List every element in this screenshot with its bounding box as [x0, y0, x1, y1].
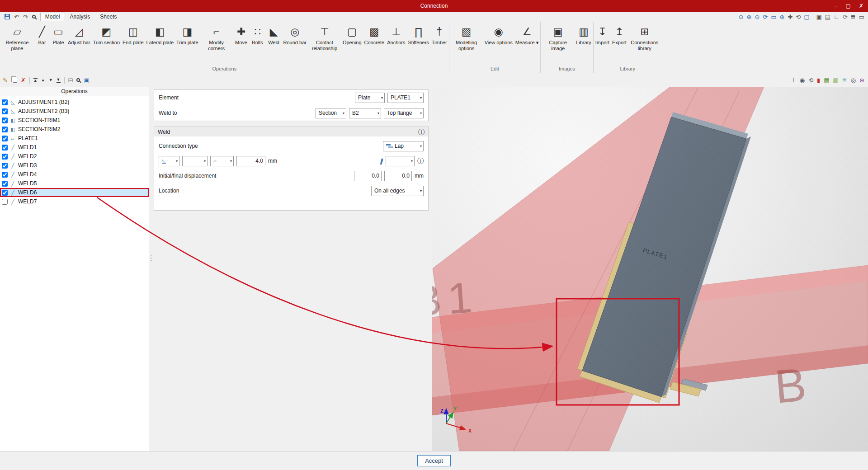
adjust-bar-button[interactable]: ◿Adjust bar [66, 22, 92, 64]
concrete-button[interactable]: ▩Concrete [363, 22, 386, 64]
move-down-icon[interactable]: ▼ [49, 78, 53, 82]
displacement-end-input[interactable] [384, 171, 412, 181]
delete-operation-icon[interactable]: ✗ [21, 77, 26, 83]
operation-checkbox[interactable] [2, 108, 8, 114]
weld-to-type-select[interactable]: Section ▾ [316, 108, 346, 118]
library-button[interactable]: ▥Library [575, 22, 593, 64]
move-up-icon[interactable]: ▲ [41, 78, 45, 82]
operation-item-weld7[interactable]: ╱WELD7 [0, 197, 149, 206]
weld-to-member-select[interactable]: B2 ▾ [349, 108, 381, 118]
viewport-3d[interactable]: B1 B PLATE1 [432, 87, 868, 451]
undo-icon[interactable]: ↶ [14, 14, 19, 20]
contact-relationship-button[interactable]: ⊤Contact relationship [308, 22, 341, 64]
operation-item-weld4[interactable]: ╱WELD4 [0, 170, 149, 179]
weld-to-part-select[interactable]: Top flange ▾ [384, 108, 424, 118]
grid-icon[interactable]: ▦ [824, 77, 829, 83]
weld-symbol-select[interactable]: ◺ ▾ [159, 156, 179, 166]
round-bar-button[interactable]: ◎Round bar [282, 22, 308, 64]
visibility-icon[interactable]: ◎ [851, 77, 856, 83]
redraw-icon[interactable]: ⟳ [763, 14, 768, 20]
operation-checkbox[interactable] [2, 118, 8, 123]
both-sides-select[interactable]: ▾ [386, 156, 415, 166]
modify-corners-button[interactable]: ⌐Modify corners [200, 22, 233, 64]
zoom-all-icon[interactable]: ⊛ [747, 14, 752, 20]
minimize-button[interactable]: – [835, 3, 838, 9]
search-icon[interactable] [32, 15, 36, 19]
lateral-plate-button[interactable]: ◧Lateral plate [145, 22, 175, 64]
close-button[interactable]: ✗ [859, 3, 863, 9]
orbit-view-icon[interactable]: ⟲ [808, 77, 813, 83]
element-type-select[interactable]: Plate ▾ [355, 93, 385, 103]
end-plate-button[interactable]: ◫End plate [121, 22, 145, 64]
operation-item-adjustment2-b3[interactable]: ◺ADJUSTMENT2 (B3) [0, 107, 149, 116]
trim-plate-button[interactable]: ◨Trim plate [175, 22, 200, 64]
displacement-start-input[interactable] [354, 171, 382, 181]
stiffeners-button[interactable]: ∏Stiffeners [407, 22, 430, 64]
move-top-icon[interactable]: ▲ [33, 78, 38, 83]
location-select[interactable]: On all edges ▾ [371, 186, 424, 196]
report-view-icon[interactable]: ▤ [825, 14, 830, 20]
opening-button[interactable]: ▢Opening [341, 22, 363, 64]
operation-checkbox[interactable] [2, 136, 8, 141]
orbit-icon[interactable]: ⟲ [796, 14, 801, 20]
view-eye-icon[interactable]: ◉ [800, 77, 805, 83]
search-tree-icon[interactable] [76, 78, 80, 82]
operation-checkbox[interactable] [2, 99, 8, 105]
fit-screen-icon[interactable]: ▢ [804, 14, 809, 20]
tab-model[interactable]: Model [40, 13, 65, 21]
operation-item-plate1[interactable]: ▱PLATE1 [0, 134, 149, 143]
redo-icon[interactable]: ↷ [23, 14, 28, 20]
select-members-icon[interactable]: ⊙ [739, 14, 744, 20]
operation-item-section-trim1[interactable]: ◧SECTION-TRIM1 [0, 116, 149, 125]
operation-checkbox[interactable] [2, 172, 8, 178]
layers-icon[interactable]: ≣ [851, 14, 856, 20]
panel-splitter[interactable] [148, 256, 151, 268]
operation-item-weld3[interactable]: ╱WELD3 [0, 161, 149, 170]
measure-angle-icon[interactable]: ∟ [834, 14, 840, 20]
save-icon[interactable] [5, 14, 10, 19]
modelling-options-button[interactable]: ▧Modelling options [450, 22, 483, 64]
move-button[interactable]: ✚Move [233, 22, 250, 64]
weld-type-select[interactable]: ▾ [182, 156, 208, 166]
operation-checkbox[interactable] [2, 145, 8, 150]
trim-section-button[interactable]: ◩Trim section [92, 22, 122, 64]
results-icon[interactable]: ▮ [817, 77, 820, 83]
history-icon[interactable]: ⟳ [843, 14, 848, 20]
operation-item-adjustment1-b2[interactable]: ◺ADJUSTMENT1 (B2) [0, 98, 149, 107]
plugin-icon[interactable]: ⊛ [859, 77, 864, 83]
tab-sheets[interactable]: Sheets [95, 13, 122, 20]
plate-button[interactable]: ▭Plate [50, 22, 66, 64]
zoom-window-icon[interactable]: ▭ [771, 14, 776, 20]
comment-icon[interactable]: ▭ [859, 14, 864, 20]
operation-checkbox[interactable] [2, 163, 8, 169]
layers-stack-icon[interactable]: ≣ [842, 77, 847, 83]
export-button[interactable]: ↥Export [611, 22, 628, 64]
info-icon[interactable]: ⓘ [417, 158, 424, 164]
operation-item-section-trim2[interactable]: ◧SECTION-TRIM2 [0, 125, 149, 134]
zoom-in-icon[interactable]: ⊕ [780, 14, 785, 20]
timber-button[interactable]: †Timber [430, 22, 448, 64]
operation-item-weld1[interactable]: ╱WELD1 [0, 143, 149, 152]
info-icon[interactable]: ⓘ [418, 129, 425, 135]
group-tree-icon[interactable]: ⊟ [68, 77, 73, 83]
table-icon[interactable]: ▥ [833, 77, 839, 83]
operation-item-weld6[interactable]: ╱WELD6 [0, 188, 149, 197]
capture-image-button[interactable]: ▣Capture image [541, 22, 575, 64]
operation-checkbox[interactable] [2, 127, 8, 132]
operation-checkbox[interactable] [2, 154, 8, 160]
view-options-button[interactable]: ◉View options [483, 22, 514, 64]
operation-item-weld2[interactable]: ╱WELD2 [0, 152, 149, 161]
copy-operation-icon[interactable] [13, 78, 17, 83]
tab-analysis[interactable]: Analysis [65, 13, 95, 20]
throat-thickness-input[interactable] [236, 156, 265, 166]
element-name-select[interactable]: PLATE1 ▾ [387, 93, 424, 103]
weld-button[interactable]: ◣Weld [266, 22, 282, 64]
zoom-out-icon[interactable]: ⊖ [755, 14, 760, 20]
member-axes-icon[interactable]: ⊥ [791, 77, 796, 83]
connection-type-select[interactable]: Lap ▾ [383, 141, 424, 151]
move-bottom-icon[interactable]: ▼ [57, 78, 61, 83]
operation-checkbox[interactable] [2, 190, 8, 196]
edit-operation-icon[interactable]: ✎ [3, 77, 8, 83]
anchors-button[interactable]: ⊥Anchors [386, 22, 406, 64]
solid-view-icon[interactable]: ▣ [816, 14, 822, 20]
